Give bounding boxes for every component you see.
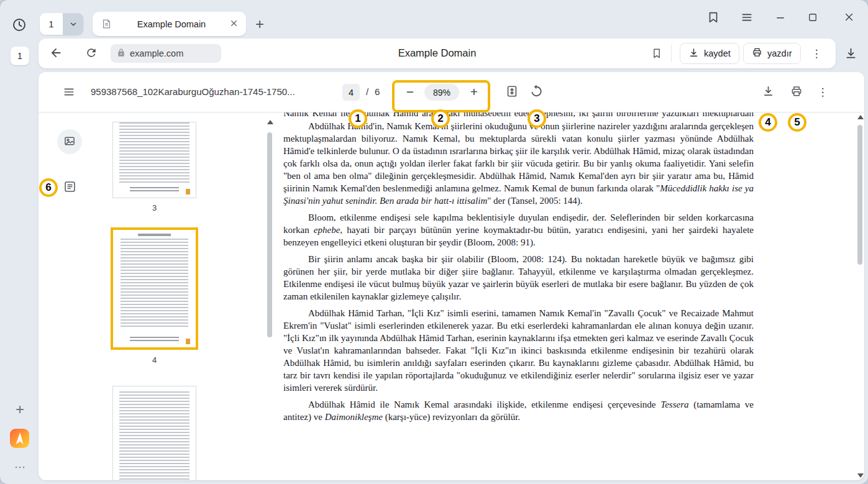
pdf-italic-term: Daimonikleşme xyxy=(325,412,383,422)
zoom-out-button[interactable]: − xyxy=(400,81,421,103)
pdf-download-button[interactable] xyxy=(758,82,778,102)
close-icon xyxy=(844,12,854,24)
pdf-viewer: 959387568_102KaraburguOğuzhan-1745-1750.… xyxy=(39,72,864,480)
page-total: 6 xyxy=(375,86,380,97)
tab-counter-badge[interactable]: 1 xyxy=(11,47,29,65)
tab-close-button[interactable] xyxy=(226,17,241,32)
window-close-button[interactable] xyxy=(842,11,856,25)
tab-group-count[interactable]: 1 xyxy=(40,13,63,35)
scroll-down-icon[interactable] xyxy=(857,473,864,478)
outline-list-icon xyxy=(63,180,76,195)
fit-page-button[interactable] xyxy=(502,82,522,102)
rail-menu-button[interactable]: ⋯ xyxy=(11,461,29,473)
scroll-up-icon[interactable] xyxy=(857,115,864,119)
address-bar: example.com Example Domain kaydet yazdır… xyxy=(39,39,836,68)
minimize-icon xyxy=(775,12,786,25)
url-box[interactable]: example.com xyxy=(111,44,221,63)
thumbnail-logo-mark xyxy=(186,339,190,344)
bookmark-panel-icon xyxy=(706,11,720,26)
pdf-menu-button[interactable] xyxy=(61,84,77,101)
page-actions-menu-button[interactable]: ⋮ xyxy=(808,44,825,63)
pdf-partial-line: Namık Kemal ile Abdülhak Hâmid arasındak… xyxy=(283,112,754,120)
clock-icon xyxy=(11,17,27,35)
page-number-input[interactable]: 4 xyxy=(342,84,360,101)
download-icon xyxy=(762,84,775,99)
chevron-down-icon[interactable] xyxy=(63,13,83,35)
downloads-button[interactable] xyxy=(841,45,860,63)
side-panel-button[interactable] xyxy=(705,10,721,26)
pdf-italic-term: Tessera xyxy=(660,400,688,409)
back-button[interactable] xyxy=(48,45,64,62)
page-separator: / xyxy=(366,86,368,97)
bookmark-button[interactable] xyxy=(649,46,665,62)
pdf-paragraph-2: Bloom, etkilenme endişesi sele kapılma b… xyxy=(283,211,754,249)
thumbnail-page-4-selected[interactable] xyxy=(111,227,198,350)
zoom-level[interactable]: 89% xyxy=(424,84,459,101)
thumbnail-label-3: 3 xyxy=(112,203,196,212)
scroll-up-icon[interactable] xyxy=(267,120,273,124)
reload-icon xyxy=(85,47,98,61)
thumbnail-footer xyxy=(130,187,180,193)
close-icon xyxy=(230,19,238,29)
save-button[interactable]: kaydet xyxy=(680,43,739,64)
thumbnail-content xyxy=(119,122,190,184)
page-title: Example Domain xyxy=(398,47,477,59)
pdf-text-block: Namık Kemal ile Abdülhak Hâmid arasındak… xyxy=(283,112,754,427)
rotate-ccw-icon xyxy=(529,84,544,100)
pdf-print-button[interactable] xyxy=(787,82,806,102)
thumbnail-view-button[interactable] xyxy=(57,129,82,154)
print-button[interactable]: yazdır xyxy=(743,43,801,64)
back-arrow-icon xyxy=(49,46,63,62)
history-button[interactable] xyxy=(10,16,29,35)
bookmark-icon xyxy=(651,47,663,62)
maximize-button[interactable] xyxy=(806,11,820,25)
pdf-paragraph-3: Bir şiirin anlamı ancak başka bir şiir o… xyxy=(283,253,754,303)
new-tab-button[interactable]: + xyxy=(250,15,269,34)
browser-menu-button[interactable] xyxy=(739,11,754,25)
outline-view-button[interactable] xyxy=(62,180,77,195)
logo-sail-shape xyxy=(14,432,25,444)
download-tray-icon xyxy=(844,47,857,62)
url-text: example.com xyxy=(130,48,183,58)
pdf-italic-term: ephebe xyxy=(314,225,340,235)
content-scrollbar[interactable] xyxy=(856,112,864,480)
printer-icon xyxy=(752,47,762,60)
document-icon xyxy=(101,19,112,29)
thumbnail-page-5[interactable] xyxy=(112,386,196,480)
browser-logo-icon[interactable] xyxy=(10,429,29,448)
pdf-paragraph-5: Abdülhak Hâmid ile Namık Kemal arasındak… xyxy=(283,398,754,423)
image-icon xyxy=(63,135,76,149)
browser-window: 1 Example Domain + xyxy=(0,0,868,484)
thumbnail-content xyxy=(119,391,190,480)
tab-title: Example Domain xyxy=(117,19,226,29)
thumbnail-panel: 3 4 xyxy=(39,112,275,480)
thumbnail-heading xyxy=(138,234,171,236)
fit-page-icon xyxy=(505,84,519,100)
thumbnail-scrollbar[interactable] xyxy=(266,120,274,474)
pdf-paragraph-1: Abdülhak Hâmid'in, Namık Kemal'ın şiirle… xyxy=(283,120,754,207)
download-icon xyxy=(688,47,699,60)
thumbnail-footer xyxy=(130,337,180,343)
tab-example-domain[interactable]: Example Domain xyxy=(93,12,246,36)
pdf-page: Namık Kemal ile Abdülhak Hâmid arasındak… xyxy=(275,112,856,480)
scrollbar-thumb[interactable] xyxy=(267,132,272,337)
thumbnail-page-3[interactable] xyxy=(112,122,196,198)
reload-button[interactable] xyxy=(83,45,99,62)
menu-icon xyxy=(63,86,75,100)
printer-icon xyxy=(790,85,803,99)
zoom-in-button[interactable]: + xyxy=(464,81,485,103)
thumbnail-logo-mark xyxy=(186,189,190,194)
save-label: kaydet xyxy=(704,48,731,58)
maximize-icon xyxy=(807,12,818,25)
pdf-filename: 959387568_102KaraburguOğuzhan-1745-1750.… xyxy=(91,86,295,97)
scrollbar-thumb[interactable] xyxy=(857,125,862,265)
rotate-button[interactable] xyxy=(526,82,546,102)
pdf-toolbar: 959387568_102KaraburguOğuzhan-1745-1750.… xyxy=(39,72,864,112)
pdf-more-button[interactable]: ⋮ xyxy=(814,82,831,102)
pdf-paragraph-4: Abdülhak Hâmid Tarhan, "İçli Kız" isimli… xyxy=(283,307,754,394)
lock-icon xyxy=(117,48,126,59)
minimize-button[interactable] xyxy=(774,11,787,25)
thumbnail-label-4: 4 xyxy=(112,355,196,365)
rail-new-tab-button[interactable]: + xyxy=(11,400,29,419)
tab-group-control[interactable]: 1 xyxy=(40,13,83,35)
